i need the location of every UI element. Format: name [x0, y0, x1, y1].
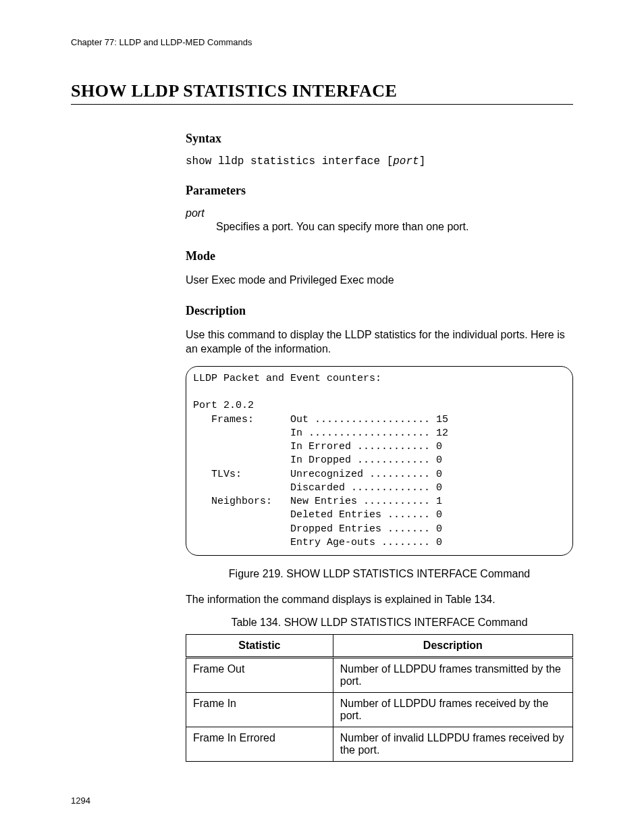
chapter-header: Chapter 77: LLDP and LLDP-MED Commands — [71, 37, 573, 47]
figure-caption: Figure 219. SHOW LLDP STATISTICS INTERFA… — [186, 568, 573, 580]
table-header-row: Statistic Description — [186, 634, 573, 657]
syntax-heading: Syntax — [186, 132, 573, 146]
param-desc: Specifies a port. You can specify more t… — [216, 221, 573, 233]
description-intro: Use this command to display the LLDP sta… — [186, 328, 573, 357]
page-title: SHOW LLDP STATISTICS INTERFACE — [71, 81, 573, 105]
table-row: Frame In Number of LLDPDU frames receive… — [186, 692, 573, 727]
mode-text: User Exec mode and Privileged Exec mode — [186, 273, 573, 288]
cell-stat: Frame Out — [186, 657, 333, 692]
th-description: Description — [333, 634, 572, 657]
table-row: Frame Out Number of LLDPDU frames transm… — [186, 657, 573, 692]
cell-desc: Number of invalid LLDPDU frames received… — [333, 727, 572, 761]
table-caption: Table 134. SHOW LLDP STATISTICS INTERFAC… — [186, 617, 573, 629]
table-row: Frame In Errored Number of invalid LLDPD… — [186, 727, 573, 761]
page-number: 1294 — [71, 796, 573, 806]
mode-heading: Mode — [186, 249, 573, 263]
th-statistic: Statistic — [186, 634, 333, 657]
parameters-heading: Parameters — [186, 184, 573, 198]
cell-stat: Frame In Errored — [186, 727, 333, 761]
statistics-table: Statistic Description Frame Out Number o… — [186, 634, 573, 762]
code-block: LLDP Packet and Event counters: Port 2.0… — [186, 366, 573, 556]
syntax-suffix: ] — [419, 155, 426, 167]
syntax-text: show lldp statistics interface [port] — [186, 155, 573, 167]
content-region: Syntax show lldp statistics interface [p… — [186, 132, 573, 762]
description-heading: Description — [186, 304, 573, 318]
page: Chapter 77: LLDP and LLDP-MED Commands S… — [0, 0, 644, 833]
after-figure-text: The information the command displays is … — [186, 592, 573, 607]
cell-desc: Number of LLDPDU frames received by the … — [333, 692, 572, 727]
syntax-prefix: show lldp statistics interface [ — [186, 155, 393, 167]
param-name: port — [186, 207, 573, 219]
cell-stat: Frame In — [186, 692, 333, 727]
cell-desc: Number of LLDPDU frames transmitted by t… — [333, 657, 572, 692]
syntax-param: port — [393, 155, 419, 167]
